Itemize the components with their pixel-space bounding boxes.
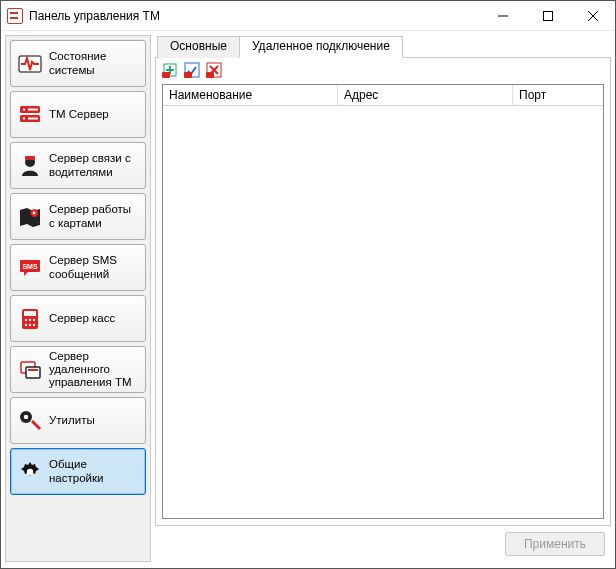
svg-point-22 bbox=[29, 323, 31, 325]
svg-point-29 bbox=[27, 468, 33, 474]
svg-point-18 bbox=[25, 318, 27, 320]
list-body[interactable] bbox=[163, 106, 603, 518]
client-area: Состояние системы ТМ Сервер Сервер связи… bbox=[1, 31, 615, 568]
sidebar-item-label: ТМ Сервер bbox=[49, 108, 109, 121]
col-port[interactable]: Порт bbox=[513, 85, 603, 105]
edit-button[interactable] bbox=[184, 62, 200, 78]
svg-rect-33 bbox=[162, 72, 170, 78]
sidebar-item-tm-server[interactable]: ТМ Сервер bbox=[10, 91, 146, 138]
tab-page-remote: Наименование Адрес Порт bbox=[155, 57, 611, 526]
sidebar-item-label: Сервер удаленного управления ТМ bbox=[49, 350, 139, 390]
connections-list[interactable]: Наименование Адрес Порт bbox=[162, 84, 604, 519]
footer: Применить bbox=[155, 526, 611, 562]
list-toolbar bbox=[156, 58, 610, 82]
tab-strip: Основные Удаленное подключение bbox=[155, 35, 611, 57]
col-address[interactable]: Адрес bbox=[338, 85, 513, 105]
svg-point-21 bbox=[25, 323, 27, 325]
gear-icon bbox=[17, 459, 43, 485]
driver-icon bbox=[17, 153, 43, 179]
minimize-button[interactable] bbox=[480, 1, 525, 30]
sidebar-item-label: Сервер работы с картами bbox=[49, 203, 139, 229]
svg-point-23 bbox=[33, 323, 35, 325]
window-controls bbox=[480, 1, 615, 30]
map-pin-icon bbox=[17, 204, 43, 230]
delete-button[interactable] bbox=[206, 62, 222, 78]
sidebar-item-label: Общие настройки bbox=[49, 458, 139, 484]
svg-rect-25 bbox=[26, 367, 40, 378]
svg-point-19 bbox=[29, 318, 31, 320]
sidebar-item-label: Сервер касс bbox=[49, 312, 115, 325]
sidebar-item-label: Состояние системы bbox=[49, 50, 139, 76]
svg-rect-12 bbox=[25, 156, 35, 160]
sidebar-item-general-settings[interactable]: Общие настройки bbox=[10, 448, 146, 495]
svg-rect-17 bbox=[24, 311, 36, 316]
sidebar-item-system-state[interactable]: Состояние системы bbox=[10, 40, 146, 87]
sidebar-item-driver-comm-server[interactable]: Сервер связи с водителями bbox=[10, 142, 146, 189]
apply-button[interactable]: Применить bbox=[505, 532, 605, 556]
tab-basic[interactable]: Основные bbox=[157, 36, 240, 58]
server-icon bbox=[17, 102, 43, 128]
tab-remote-connection[interactable]: Удаленное подключение bbox=[239, 36, 403, 58]
sidebar-item-remote-server[interactable]: Сервер удаленного управления ТМ bbox=[10, 346, 146, 393]
maximize-button[interactable] bbox=[525, 1, 570, 30]
svg-rect-32 bbox=[166, 69, 174, 71]
tab-label: Основные bbox=[170, 39, 227, 53]
svg-point-7 bbox=[23, 108, 25, 110]
tab-label: Удаленное подключение bbox=[252, 39, 390, 53]
svg-point-14 bbox=[33, 211, 36, 214]
sidebar-item-label: Сервер SMS сообщений bbox=[49, 254, 139, 280]
svg-rect-39 bbox=[206, 72, 214, 78]
calculator-icon bbox=[17, 306, 43, 332]
sidebar-item-label: Утилиты bbox=[49, 414, 95, 427]
sidebar-item-maps-server[interactable]: Сервер работы с картами bbox=[10, 193, 146, 240]
close-button[interactable] bbox=[570, 1, 615, 30]
sidebar-item-cash-server[interactable]: Сервер касс bbox=[10, 295, 146, 342]
window-title: Панель управления ТМ bbox=[29, 9, 480, 23]
col-name[interactable]: Наименование bbox=[163, 85, 338, 105]
main-area: Основные Удаленное подключение bbox=[155, 35, 611, 562]
svg-rect-10 bbox=[28, 117, 38, 119]
sms-icon: SMS bbox=[17, 255, 43, 281]
svg-point-20 bbox=[33, 318, 35, 320]
add-button[interactable] bbox=[162, 62, 178, 78]
svg-rect-9 bbox=[28, 108, 38, 110]
sidebar-item-utilities[interactable]: Утилиты bbox=[10, 397, 146, 444]
svg-point-28 bbox=[24, 414, 28, 418]
svg-point-8 bbox=[23, 117, 25, 119]
wrench-gear-icon bbox=[17, 408, 43, 434]
svg-text:SMS: SMS bbox=[22, 263, 38, 270]
remote-icon bbox=[17, 357, 43, 383]
svg-rect-1 bbox=[543, 11, 552, 20]
title-bar: Панель управления ТМ bbox=[1, 1, 615, 31]
svg-rect-26 bbox=[28, 369, 38, 371]
sidebar-item-sms-server[interactable]: SMS Сервер SMS сообщений bbox=[10, 244, 146, 291]
list-header: Наименование Адрес Порт bbox=[163, 85, 603, 106]
svg-rect-35 bbox=[184, 72, 192, 78]
sidebar-item-label: Сервер связи с водителями bbox=[49, 152, 139, 178]
heartbeat-icon bbox=[17, 51, 43, 77]
sidebar: Состояние системы ТМ Сервер Сервер связи… bbox=[5, 35, 151, 562]
app-icon bbox=[7, 8, 23, 24]
